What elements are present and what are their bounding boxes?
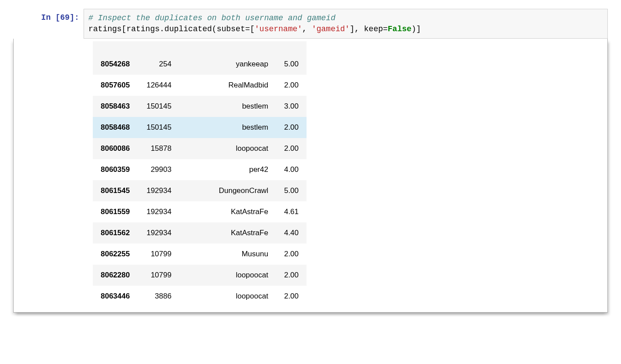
cell-gameid: 150145 [139,117,179,138]
cell-username: per42 [179,159,276,180]
row-index: 8060359 [93,159,139,180]
table-row: 8058463150145bestlem3.00 [93,96,307,117]
table-row: 80634463886loopoocat2.00 [93,286,307,307]
row-index: 8061559 [93,201,139,222]
cell-rating: 2.00 [276,265,307,286]
table-row: 8057605126444RealMadbid2.00 [93,75,307,96]
code-string: 'username' [255,25,302,33]
output-area: 8054268254yankeeap5.008057605126444RealM… [13,39,608,313]
code-text: )] [412,25,421,33]
cell-username: RealMadbid [179,75,276,96]
cell-username: bestlem [179,96,276,117]
code-string: 'gameid' [312,25,350,33]
row-index: 8061562 [93,222,139,244]
code-text: , [302,25,312,33]
table-row: 8054268254yankeeap5.00 [93,54,307,75]
cell-rating: 5.00 [276,180,307,201]
cell-gameid: 150145 [139,96,179,117]
row-index: 8062255 [93,244,139,265]
table-row: 806228010799loopoocat2.00 [93,265,307,286]
code-input[interactable]: # Inspect the duplicates on both usernam… [84,9,608,39]
row-index: 8058463 [93,96,139,117]
code-comment: # Inspect the duplicates on both usernam… [88,14,336,22]
cell-gameid: 3886 [139,286,179,307]
cell-rating: 2.00 [276,75,307,96]
table-row: 806035929903per424.00 [93,159,307,180]
cell-gameid: 254 [139,54,179,75]
code-keyword: False [388,25,412,33]
cell-prompt: In [69]: [13,9,84,22]
code-text: ratings[ratings.duplicated(subset=[ [88,25,255,33]
cell-username: loopoocat [179,286,276,307]
row-index: 8054268 [93,54,139,75]
cell-gameid: 192934 [139,180,179,201]
cell-rating: 5.00 [276,54,307,75]
prompt-label: In [69]: [41,13,79,22]
cell-username: DungeonCrawl [179,180,276,201]
cell-gameid: 126444 [139,75,179,96]
cell-username: loopoocat [179,138,276,159]
cell-rating: 2.00 [276,286,307,307]
row-index: 8061545 [93,180,139,201]
cell-rating: 2.00 [276,117,307,138]
cell-username: KatAstraFe [179,222,276,244]
cell-gameid: 10799 [139,244,179,265]
cell-username: bestlem [179,117,276,138]
table-row: 806225510799Musunu2.00 [93,244,307,265]
cell-rating: 4.40 [276,222,307,244]
cell-gameid: 192934 [139,201,179,222]
dataframe-output: 8054268254yankeeap5.008057605126444RealM… [93,39,606,307]
cell-username: KatAstraFe [179,201,276,222]
cell-gameid: 10799 [139,265,179,286]
cell-gameid: 29903 [139,159,179,180]
cell-rating: 2.00 [276,244,307,265]
table-row: 806008615878loopoocat2.00 [93,138,307,159]
table-header-blank [93,41,307,54]
row-index: 8057605 [93,75,139,96]
table-row: 8061559192934KatAstraFe4.61 [93,201,307,222]
row-index: 8058468 [93,117,139,138]
cell-username: yankeeap [179,54,276,75]
cell-rating: 4.00 [276,159,307,180]
code-text: ], keep= [350,25,387,33]
notebook-cell: In [69]: # Inspect the duplicates on bot… [13,9,608,39]
dataframe-table: 8054268254yankeeap5.008057605126444RealM… [93,41,307,307]
row-index: 8063446 [93,286,139,307]
cell-gameid: 192934 [139,222,179,244]
cell-rating: 2.00 [276,138,307,159]
cell-rating: 4.61 [276,201,307,222]
table-row: 8061562192934KatAstraFe4.40 [93,222,307,244]
cell-rating: 3.00 [276,96,307,117]
table-body: 8054268254yankeeap5.008057605126444RealM… [93,41,307,307]
cell-username: Musunu [179,244,276,265]
cell-username: loopoocat [179,265,276,286]
row-index: 8062280 [93,265,139,286]
table-row: 8058468150145bestlem2.00 [93,117,307,138]
table-row: 8061545192934DungeonCrawl5.00 [93,180,307,201]
cell-gameid: 15878 [139,138,179,159]
row-index: 8060086 [93,138,139,159]
